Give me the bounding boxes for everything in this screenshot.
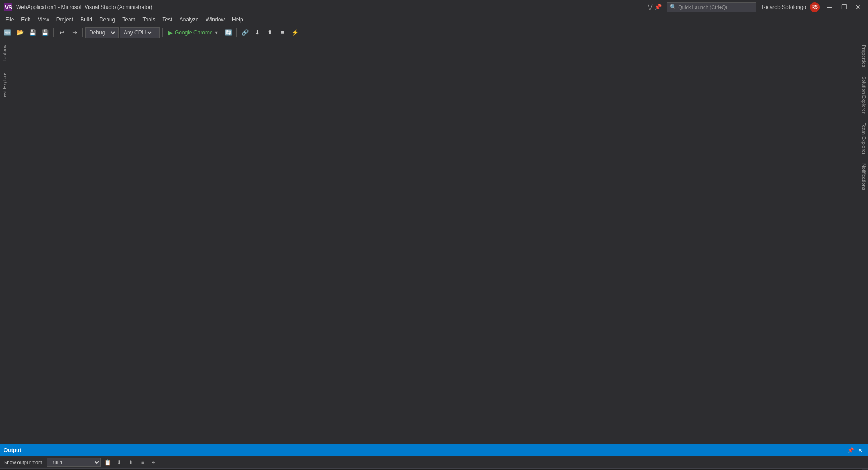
sep3	[162, 28, 163, 37]
menu-item-file[interactable]: File	[2, 14, 17, 25]
menu-item-tools[interactable]: Tools	[139, 14, 159, 25]
save-btn[interactable]: 💾	[27, 27, 39, 38]
refresh-btn[interactable]: 🔄	[223, 27, 234, 38]
title-bar-text: WebApplication1 - Microsoft Visual Studi…	[16, 4, 648, 10]
output-list-btn[interactable]: ≡	[138, 458, 147, 467]
menu-item-analyze[interactable]: Analyze	[176, 14, 202, 25]
toolbar-btn2[interactable]: ⬇	[252, 27, 263, 38]
solution-explorer-tab[interactable]: Solution Explorer	[859, 72, 868, 118]
save-all-btn[interactable]: 💾	[39, 27, 51, 38]
close-button[interactable]: ✕	[852, 2, 864, 12]
svg-text:VS: VS	[5, 4, 12, 11]
open-btn[interactable]: 📂	[14, 27, 26, 38]
output-header: Output 📌 ✕	[0, 444, 868, 456]
debug-mode-dropdown[interactable]: Debug Release	[85, 27, 119, 38]
pin-icon: 📌	[654, 4, 662, 10]
run-target-label: Google Chrome	[175, 30, 213, 36]
menu-item-help[interactable]: Help	[228, 14, 247, 25]
output-wrap-btn[interactable]: ↵	[149, 458, 159, 467]
output-header-controls: 📌 ✕	[847, 446, 864, 454]
platform-select[interactable]: Any CPU x86 x64	[122, 29, 153, 36]
output-panel: Output 📌 ✕ Show output from: Build 📋 ⬇ ⬆…	[0, 444, 868, 470]
title-bar: VS WebApplication1 - Microsoft Visual St…	[0, 0, 868, 14]
restore-button[interactable]: ❐	[838, 2, 850, 12]
properties-tab[interactable]: Properties	[859, 40, 868, 72]
toolbar: 🆕 📂 💾 💾 ↩ ↪ Debug Release Any CPU x86 x6…	[0, 25, 868, 40]
menu-item-view[interactable]: View	[34, 14, 53, 25]
notifications-tab[interactable]: Notifications	[859, 159, 868, 195]
sep2	[82, 28, 83, 37]
debug-mode-select[interactable]: Debug Release	[87, 29, 116, 36]
sep1	[53, 28, 54, 37]
pin-output-btn[interactable]: 📌	[847, 446, 855, 454]
output-source-label: Show output from:	[4, 460, 43, 465]
output-up-btn[interactable]: ⬆	[126, 458, 136, 467]
menu-item-test[interactable]: Test	[159, 14, 176, 25]
search-icon: 🔍	[670, 4, 676, 10]
left-side-tabs: Toolbox Test Explorer	[0, 40, 9, 444]
play-icon: ▶	[168, 29, 173, 36]
quick-launch-placeholder: Quick Launch (Ctrl+Q)	[678, 4, 727, 10]
main-layout: Toolbox Test Explorer Properties Solutio…	[0, 40, 868, 444]
output-toolbar: Show output from: Build 📋 ⬇ ⬆ ≡ ↵	[0, 456, 868, 469]
run-button[interactable]: ▶ Google Chrome ▼	[165, 27, 222, 38]
menu-item-edit[interactable]: Edit	[17, 14, 34, 25]
menu-item-window[interactable]: Window	[202, 14, 228, 25]
menu-item-team[interactable]: Team	[119, 14, 139, 25]
run-dropdown-arrow[interactable]: ▼	[215, 30, 219, 35]
toolbar-btn3[interactable]: ⬆	[264, 27, 276, 38]
close-output-btn[interactable]: ✕	[856, 446, 864, 454]
toolbox-tab[interactable]: Toolbox	[0, 40, 9, 66]
attach-btn[interactable]: 🔗	[239, 27, 251, 38]
editor-area	[9, 40, 859, 444]
right-side-tabs: Properties Solution Explorer Team Explor…	[859, 40, 868, 444]
menu-item-project[interactable]: Project	[53, 14, 77, 25]
quick-launch[interactable]: 🔍 Quick Launch (Ctrl+Q)	[667, 2, 756, 12]
output-source-select[interactable]: Build	[47, 458, 101, 467]
user-name: Ricardo Sotolongo	[762, 4, 806, 10]
output-copy-btn[interactable]: 📋	[103, 458, 112, 467]
sep4	[236, 28, 237, 37]
menu-item-debug[interactable]: Debug	[96, 14, 119, 25]
filter-icon: ⋁	[648, 4, 653, 10]
test-explorer-tab[interactable]: Test Explorer	[0, 66, 9, 104]
toolbar-btn4[interactable]: ≡	[277, 27, 288, 38]
minimize-button[interactable]: ─	[823, 2, 836, 12]
platform-dropdown[interactable]: Any CPU x86 x64	[120, 27, 160, 38]
toolbar-btn5[interactable]: ⚡	[289, 27, 301, 38]
menu-bar: FileEditViewProjectBuildDebugTeamToolsTe…	[0, 14, 868, 25]
window-controls: ─ ❐ ✕	[823, 2, 864, 12]
undo-btn[interactable]: ↩	[56, 27, 68, 38]
output-down-btn[interactable]: ⬇	[114, 458, 124, 467]
vs-logo: VS	[4, 3, 13, 12]
new-project-btn[interactable]: 🆕	[2, 27, 13, 38]
team-explorer-tab[interactable]: Team Explorer	[859, 118, 868, 159]
menu-item-build[interactable]: Build	[77, 14, 96, 25]
output-title: Output	[4, 447, 21, 453]
redo-btn[interactable]: ↪	[69, 27, 80, 38]
user-avatar: RS	[810, 2, 820, 12]
